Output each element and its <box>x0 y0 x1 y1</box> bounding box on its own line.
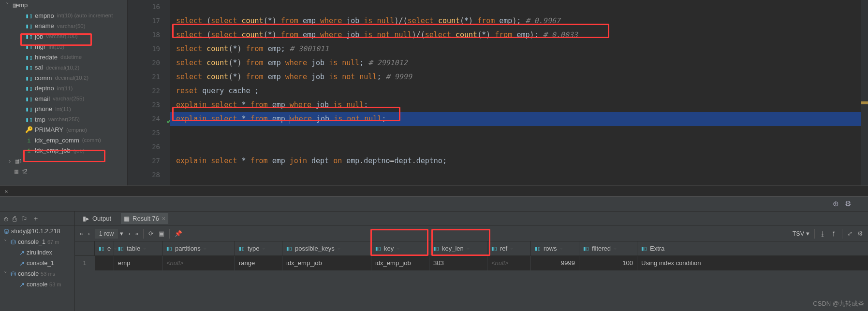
tree-col-empno[interactable]: ▮▯empnoint(10) (auto increment <box>0 11 127 21</box>
globe-icon[interactable]: ⊕ <box>833 199 839 208</box>
gear-icon[interactable]: ⚙ <box>857 230 863 237</box>
refresh-icon[interactable]: ⟳ <box>148 230 154 237</box>
prev-page-icon[interactable]: ‹ <box>88 230 90 237</box>
code-line-20[interactable]: select count(*) from emp where job is nu… <box>170 56 861 70</box>
code-line-16[interactable] <box>170 0 861 14</box>
tree-idx-emp-comm[interactable]: iidx_emp_comm(comm) <box>0 135 127 146</box>
col-e[interactable]: ▮▯e÷ <box>94 241 114 255</box>
code-line-19[interactable]: select count(*) from emp; # 3001011 <box>170 42 861 56</box>
source-study[interactable]: ⛁study@10.1.2.218 <box>0 226 74 237</box>
tree-idx-emp-job[interactable]: iidx_emp_job(job) <box>0 145 127 156</box>
tree-col-hiredate[interactable]: ▮▯hiredatedatetime <box>0 52 127 63</box>
download-icon[interactable]: ⭳ <box>820 230 826 237</box>
row-number: 1 <box>75 256 94 270</box>
gear-icon[interactable]: ⚙ <box>845 199 851 208</box>
filter-icon[interactable]: ⎋ <box>4 215 8 223</box>
tab-output[interactable]: ▮▸Output <box>80 213 114 224</box>
result-tabs: ▮▸Output ▦Result 76× <box>75 212 868 226</box>
code-line-18[interactable]: select (select count(*) from emp where j… <box>170 28 861 42</box>
tree-col-mgr[interactable]: ▮▯mgrint(10) <box>0 42 127 52</box>
code-line-24[interactable]: explain select * from emp where job is n… <box>170 112 861 126</box>
cancel-icon[interactable]: ▣ <box>159 230 164 237</box>
tree-table-emp[interactable]: ˅ ▦emp <box>0 0 127 11</box>
line-gutter: 1617 1819 2021 2223 24✔ 2526 2728 <box>128 0 170 185</box>
col-possible-keys[interactable]: ▮▯possible_keys÷ <box>282 241 371 255</box>
tree-col-ename[interactable]: ▮▯enamevarchar(50) <box>0 21 127 31</box>
code-line-22[interactable]: reset query cache ; <box>170 84 861 98</box>
pin-icon[interactable]: 📌 <box>175 230 182 237</box>
ziruiindex[interactable]: ↗ziruiindex <box>0 247 74 258</box>
expand-icon[interactable]: ⤢ <box>847 230 853 237</box>
col-extra[interactable]: ▮▯Extra <box>637 241 782 255</box>
first-page-icon[interactable]: « <box>80 230 83 237</box>
console-1[interactable]: ˅⛁console_167 m <box>0 237 74 247</box>
code-editor[interactable]: select (select count(*) from emp where j… <box>170 0 861 185</box>
code-line-21[interactable]: select count(*) from emp where job is no… <box>170 70 861 84</box>
close-icon[interactable]: × <box>162 215 165 222</box>
services-panel[interactable]: ⎋ ⎙ ⚐ ＋ ⛁study@10.1.2.218 ˅⛁console_167 … <box>0 212 75 311</box>
tree-table-t1[interactable]: › ▦t1 <box>0 156 127 167</box>
row-count[interactable]: 1 row <box>95 229 118 239</box>
col-table[interactable]: ▮▯table÷ <box>114 241 162 255</box>
code-line-17[interactable]: select (select count(*) from emp where j… <box>170 14 861 28</box>
code-line-28[interactable] <box>170 168 861 182</box>
tree-table-t2[interactable]: ▦t2 <box>0 166 127 177</box>
result-toolbar: « ‹ 1 row▾ › » ⟳ ▣ 📌 TSV ▾ ⭳ ⭱ ⤢ ⚙ <box>75 226 868 241</box>
last-page-icon[interactable]: » <box>135 230 138 237</box>
problems-tab-label: s <box>0 185 868 196</box>
minimize-icon[interactable]: — <box>857 200 864 208</box>
add-icon[interactable]: ＋ <box>32 214 39 223</box>
tree-col-tmp[interactable]: ▮▯tmpvarchar(255) <box>0 114 127 125</box>
code-line-27[interactable]: explain select * from emp join dept on e… <box>170 154 861 168</box>
col-filtered[interactable]: ▮▯filtered÷ <box>579 241 637 255</box>
tab-result-76[interactable]: ▦Result 76× <box>121 213 168 224</box>
code-line-25[interactable] <box>170 126 861 140</box>
col-type[interactable]: ▮▯type÷ <box>235 241 282 255</box>
console-1b[interactable]: ↗console_1 <box>0 258 74 269</box>
col-key[interactable]: ▮▯key÷ <box>371 241 429 255</box>
mid-toolbar: ⊕ ⚙ — <box>0 196 868 212</box>
console[interactable]: ˅⛁console53 ms <box>0 269 74 279</box>
upload-icon[interactable]: ⭱ <box>831 230 837 237</box>
db-tree[interactable]: ˅ ▦emp ▮▯empnoint(10) (auto increment ▮▯… <box>0 0 128 185</box>
result-grid-row[interactable]: 1 emp <null> range idx_emp_job idx_emp_j… <box>75 256 868 270</box>
tree-col-comm[interactable]: ▮▯commdecimal(10,2) <box>0 73 127 84</box>
tree-col-deptno[interactable]: ▮▯deptnoint(11) <box>0 83 127 94</box>
format-select[interactable]: TSV ▾ <box>793 230 809 237</box>
tree-col-email[interactable]: ▮▯emailvarchar(255) <box>0 94 127 104</box>
col-key-len[interactable]: ▮▯key_len÷ <box>429 241 487 255</box>
list-icon[interactable]: ⎙ <box>13 215 16 223</box>
code-line-23[interactable]: explain select * from emp where job is n… <box>170 98 861 112</box>
tree-col-sal[interactable]: ▮▯saldecimal(10,2) <box>0 62 127 73</box>
bookmark-icon[interactable]: ⚐ <box>21 215 28 223</box>
tree-col-job[interactable]: ▮▯jobvarchar(100) <box>0 31 127 42</box>
tree-key-primary[interactable]: 🔑PRIMARY(empno) <box>0 125 127 135</box>
watermark: CSDN @九转成圣 <box>813 299 864 308</box>
result-grid-header: ▮▯e÷ ▮▯table÷ ▮▯partitions÷ ▮▯type÷ ▮▯po… <box>75 241 868 256</box>
console-b[interactable]: ↗console53 m <box>0 279 74 290</box>
code-marks-gutter <box>861 0 868 185</box>
col-partitions[interactable]: ▮▯partitions÷ <box>162 241 235 255</box>
next-page-icon[interactable]: › <box>128 230 130 237</box>
col-ref[interactable]: ▮▯ref÷ <box>487 241 530 255</box>
col-rows[interactable]: ▮▯rows÷ <box>530 241 579 255</box>
tree-col-phone[interactable]: ▮▯phoneint(11) <box>0 104 127 114</box>
code-line-26[interactable] <box>170 140 861 154</box>
